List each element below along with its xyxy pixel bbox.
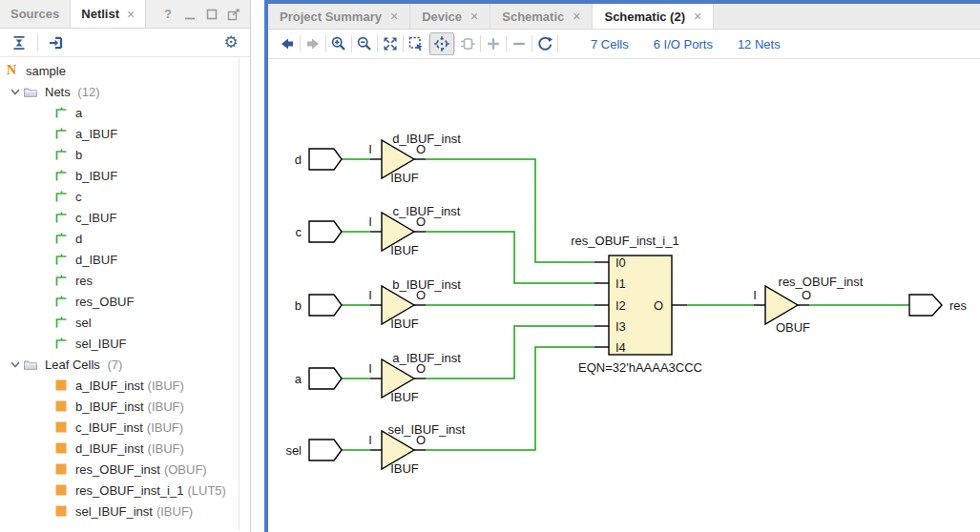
tree-item-d-ibuf[interactable]: d_IBUF (0, 249, 239, 270)
net-icon (53, 147, 69, 162)
stat-nets[interactable]: 12 Nets (738, 37, 781, 51)
net-icon (53, 315, 69, 330)
folder-icon (23, 84, 38, 99)
tree-item-label: sel_IBUF (75, 337, 126, 351)
tree-item-label: Nets (45, 85, 71, 99)
tree-item-d[interactable]: d (0, 228, 239, 249)
stat-cells[interactable]: 7 Cells (591, 37, 629, 51)
instance-type: OBUF (776, 320, 810, 335)
tree-item-label: a_IBUF_inst (75, 379, 144, 393)
tree-item-b-ibuf[interactable]: b_IBUF (0, 165, 239, 186)
tree-item-b-ibuf-inst[interactable]: b_IBUF_inst(IBUF) (0, 396, 239, 417)
tree-item-a-ibuf[interactable]: a_IBUF (0, 123, 239, 144)
tree-item-type: (IBUF) (147, 420, 183, 435)
tab-device[interactable]: Device× (410, 4, 490, 29)
tab-label: Schematic (502, 10, 564, 24)
tree-item-sel[interactable]: sel (0, 312, 239, 333)
tree-item-label: c (75, 190, 82, 204)
tab-close-icon[interactable]: × (694, 9, 701, 24)
instance-type: IBUF (390, 171, 419, 185)
cell-icon (53, 503, 69, 519)
tab-close-icon[interactable]: × (573, 9, 580, 24)
instance-name: sel_IBUF_inst (388, 422, 466, 437)
toolbar-separator (37, 34, 38, 51)
tree-item-label: d_IBUF (75, 253, 117, 267)
help-icon[interactable]: ? (160, 7, 176, 22)
input-port-d[interactable] (309, 149, 342, 170)
maximize-icon[interactable] (204, 7, 219, 22)
expand-cone-icon[interactable] (481, 32, 506, 55)
tab-close-icon[interactable]: × (470, 9, 478, 24)
zoom-selection-icon[interactable] (404, 32, 428, 55)
tab-label: Netlist (81, 7, 119, 21)
tab-netlist[interactable]: Netlist× (70, 0, 146, 28)
tree-item-sel-ibuf-inst[interactable]: sel_IBUF_inst(IBUF) (0, 501, 239, 522)
tree-item-d-ibuf-inst[interactable]: d_IBUF_inst(IBUF) (0, 438, 239, 459)
tree-item-a-ibuf-inst[interactable]: a_IBUF_inst(IBUF) (0, 375, 239, 396)
tree-item-c[interactable]: c (0, 186, 239, 207)
pin-label-i: I (368, 142, 372, 156)
zoom-in-icon[interactable] (326, 32, 351, 55)
tree-item-res-obuf-inst-i-1[interactable]: res_OBUF_inst_i_1(LUT5) (0, 480, 239, 501)
cell-icon (53, 399, 69, 414)
port-label-res: res (949, 298, 968, 313)
input-port-c[interactable] (309, 221, 342, 242)
output-port-res[interactable] (909, 295, 942, 316)
tree-item-res-obuf[interactable]: res_OBUF (0, 291, 239, 312)
tree-item-type: (IBUF) (156, 504, 193, 519)
tree-item-res[interactable]: res (0, 270, 239, 291)
document-tabbar: Project Summary×Device×Schematic×Schemat… (268, 4, 980, 30)
input-port-sel[interactable] (309, 440, 342, 460)
pin-label-i: I (368, 288, 372, 302)
buffer-res-obuf-inst[interactable] (765, 286, 798, 324)
autofit-selection-icon[interactable] (429, 32, 454, 55)
net-c-ibuf[interactable] (426, 232, 594, 283)
collapse-all-icon[interactable] (9, 32, 30, 53)
instance-name: res_OBUF_inst (779, 275, 864, 289)
regenerate-icon[interactable] (532, 32, 557, 55)
pin-label-i2: I2 (615, 298, 626, 313)
tree-group-leaf-cells[interactable]: Leaf Cells (7) (0, 354, 239, 375)
pin-label-i3: I3 (615, 319, 626, 334)
tab-close-icon[interactable]: × (390, 9, 398, 24)
tab-project-summary[interactable]: Project Summary× (268, 4, 410, 29)
pin-label-i: I (368, 361, 372, 376)
forward-icon[interactable] (301, 32, 325, 55)
float-icon[interactable] (226, 7, 241, 22)
input-port-b[interactable] (309, 295, 342, 316)
net-icon (53, 294, 69, 309)
expander-chevron-icon[interactable] (8, 357, 23, 372)
stat-io-ports[interactable]: 6 I/O Ports (654, 37, 713, 51)
vivado-window: SourcesNetlist× ? (0, 0, 980, 532)
instance-name: d_IBUF_inst (392, 132, 461, 146)
tree-item-res-obuf-inst[interactable]: res_OBUF_inst(OBUF) (0, 459, 239, 480)
back-icon[interactable] (275, 32, 300, 55)
tree-root-sample[interactable]: Nsample (0, 60, 239, 81)
scroll-to-selected-icon[interactable] (46, 32, 67, 53)
tab-schematic-2[interactable]: Schematic (2)× (593, 4, 714, 29)
collapse-cone-icon[interactable] (507, 32, 532, 55)
tree-group-nets[interactable]: Nets (12) (0, 81, 239, 102)
port-label-a: a (295, 372, 302, 386)
tree-item-b[interactable]: b (0, 144, 239, 165)
pin-label-i1: I1 (615, 276, 626, 291)
zoom-fit-icon[interactable] (378, 32, 403, 55)
tab-sources[interactable]: Sources (0, 0, 70, 28)
net-icon (53, 168, 69, 183)
tree-item-c-ibuf[interactable]: c_IBUF (0, 207, 239, 228)
input-port-a[interactable] (309, 368, 342, 389)
schematic-canvas[interactable]: dcbaselIOd_IBUF_instIBUFIOc_IBUF_instIBU… (268, 59, 980, 532)
zoom-out-icon[interactable] (352, 32, 377, 55)
tab-schematic[interactable]: Schematic× (490, 4, 593, 29)
tree-item-c-ibuf-inst[interactable]: c_IBUF_inst(IBUF) (0, 417, 239, 438)
tree-item-a[interactable]: a (0, 102, 239, 123)
tab-close-icon[interactable]: × (127, 7, 135, 22)
pin-label-i: I (753, 288, 757, 302)
settings-gear-icon[interactable]: ⚙ (220, 32, 241, 53)
pin-label-i4: I4 (615, 340, 626, 355)
tree-item-sel-ibuf[interactable]: sel_IBUF (0, 333, 239, 354)
add-to-schematic-icon[interactable] (455, 32, 480, 55)
expander-chevron-icon[interactable] (8, 84, 23, 99)
minimize-icon[interactable] (182, 7, 198, 22)
tree-item-label: a_IBUF (75, 127, 117, 141)
